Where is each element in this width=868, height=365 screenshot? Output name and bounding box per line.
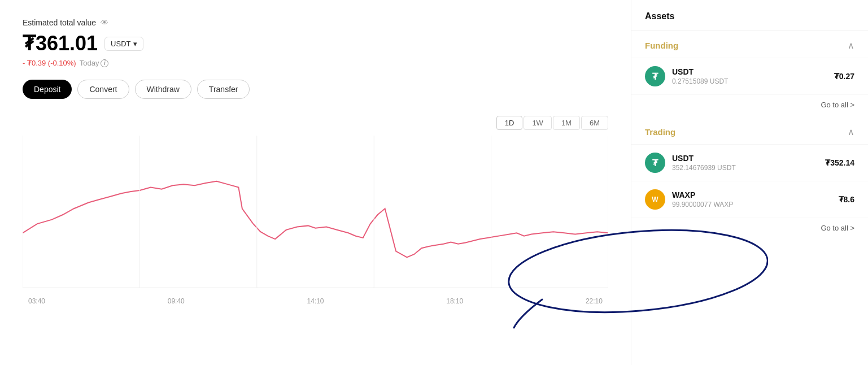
transfer-button[interactable]: Transfer [197,80,250,99]
usdt-funding-amount: 0.27515089 USDT [672,77,834,85]
change-row: - ₮0.39 (-0.10%) Today i [23,59,608,67]
withdraw-button[interactable]: Withdraw [135,80,191,99]
usdt-funding-icon: ₮ [645,66,665,86]
right-panel: Assets Funding ∧ ₮ USDT 0.27515089 USDT … [631,0,868,365]
waxp-symbol: WAXP [672,190,839,199]
waxp-icon: W [645,189,665,210]
trading-go-to-all-link[interactable]: Go to all > [821,224,854,232]
trading-section-header: Trading ∧ [631,118,868,145]
estimated-label: Estimated total value 👁 [23,18,608,27]
convert-button[interactable]: Convert [77,80,129,99]
change-value: - ₮0.39 (-0.10%) [23,59,76,67]
usdt-funding-symbol: USDT [672,67,834,76]
usdt-trading-icon: ₮ [645,153,665,173]
eye-icon[interactable]: 👁 [101,18,108,27]
trading-toggle-icon[interactable]: ∧ [848,127,854,137]
usdt-trading-symbol: USDT [672,154,825,163]
label-0340: 03:40 [28,297,45,305]
waxp-amount: 99.90000077 WAXP [672,201,839,208]
waxp-value: ₮8.6 [839,195,854,204]
label-1810: 18:10 [446,297,463,305]
today-label: Today i [80,59,109,67]
tf-6m[interactable]: 6M [581,116,608,130]
tf-1d[interactable]: 1D [496,116,523,130]
usdt-funding-value: ₮0.27 [834,72,854,81]
funding-go-to-all-link[interactable]: Go to all > [821,101,854,109]
funding-toggle-icon[interactable]: ∧ [848,40,854,51]
tf-1w[interactable]: 1W [524,116,552,130]
estimated-label-text: Estimated total value [23,18,96,27]
chart-svg [23,136,608,294]
trading-go-to-all: Go to all > [631,218,868,241]
waxp-trading-row: W WAXP 99.90000077 WAXP ₮8.6 [631,181,868,218]
left-panel: Estimated total value 👁 ₮361.01 USDT ▾ -… [0,0,631,365]
funding-go-to-all: Go to all > [631,95,868,118]
label-0940: 09:40 [168,297,185,305]
usdt-funding-info: USDT 0.27515089 USDT [672,67,834,85]
label-1410: 14:10 [307,297,324,305]
chart-area: 1D 1W 1M 6M 03:40 09:40 14:10 [23,116,608,308]
trading-title: Trading [645,127,675,137]
tf-1m[interactable]: 1M [553,116,580,130]
funding-section-header: Funding ∧ [631,31,868,58]
chart-timeframes: 1D 1W 1M 6M [23,116,608,130]
usdt-trading-info: USDT 352.14676939 USDT [672,154,825,172]
funding-usdt-row: ₮ USDT 0.27515089 USDT ₮0.27 [631,58,868,95]
chevron-down-icon: ▾ [133,40,137,48]
funding-title: Funding [645,41,678,50]
usdt-trading-amount: 352.14676939 USDT [672,164,825,172]
currency-selector[interactable]: USDT ▾ [104,37,143,51]
trading-usdt-row: ₮ USDT 352.14676939 USDT ₮352.14 [631,145,868,181]
action-buttons: Deposit Convert Withdraw Transfer [23,80,608,99]
currency-label: USDT [111,40,130,48]
info-icon[interactable]: i [101,59,108,67]
total-value: ₮361.01 [23,32,98,55]
waxp-info: WAXP 99.90000077 WAXP [672,190,839,208]
total-value-row: ₮361.01 USDT ▾ [23,32,608,55]
label-2210: 22:10 [586,297,603,305]
usdt-trading-value: ₮352.14 [825,158,854,167]
assets-title: Assets [631,0,868,31]
chart-x-labels: 03:40 09:40 14:10 18:10 22:10 [23,294,608,305]
deposit-button[interactable]: Deposit [23,80,72,99]
